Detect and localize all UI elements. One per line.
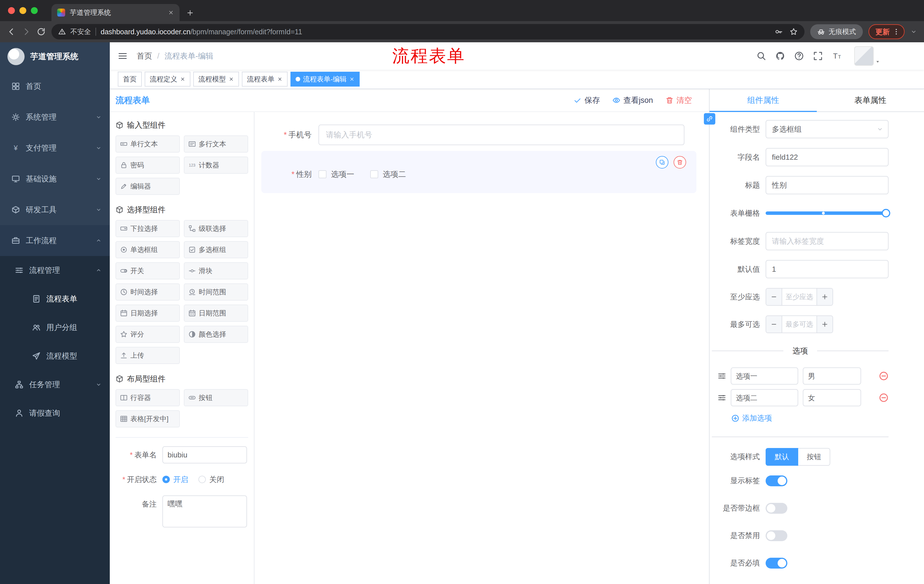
palette-item-select[interactable]: 下拉选择	[116, 220, 180, 237]
breadcrumb-home[interactable]: 首页	[137, 51, 152, 61]
sidebar-item-infra[interactable]: 基础设施	[0, 163, 110, 194]
github-icon[interactable]	[776, 51, 785, 61]
palette-item-upload[interactable]: 上传	[116, 347, 180, 364]
tag-process-form[interactable]: 流程表单	[242, 72, 288, 87]
drag-handle-icon[interactable]	[718, 393, 726, 402]
decrease-button[interactable]	[766, 316, 782, 332]
component-type-select[interactable]: 多选框组	[766, 120, 889, 138]
selected-widget-gender[interactable]: *性别 选项一 选项二	[261, 151, 696, 193]
address-bar[interactable]: 不安全 dashboard.yudao.iocoder.cn/bpm/manag…	[51, 24, 805, 39]
drag-handle-icon[interactable]	[718, 372, 726, 380]
palette-item-slider[interactable]: 滑块	[184, 262, 248, 280]
zoom-window-button[interactable]	[31, 7, 38, 14]
sidebar-item-workflow[interactable]: 工作流程	[0, 225, 110, 256]
browser-tab[interactable]: 芋道管理系统	[51, 4, 180, 21]
palette-item-rate[interactable]: 评分	[116, 326, 180, 343]
palette-item-counter[interactable]: 123 计数器	[184, 156, 248, 174]
update-button[interactable]: 更新	[868, 24, 904, 39]
clear-button[interactable]: 清空	[665, 95, 692, 105]
tag-process-form-edit[interactable]: 流程表单-编辑	[290, 72, 360, 87]
sidebar-item-home[interactable]: 首页	[0, 71, 110, 102]
remove-option-button[interactable]	[879, 393, 889, 403]
title-input[interactable]	[766, 176, 889, 194]
status-on-radio[interactable]: 开启	[162, 475, 188, 485]
palette-item-editor[interactable]: 编辑器	[116, 178, 180, 195]
palette-item-button[interactable]: 按钮	[184, 389, 248, 406]
copy-widget-button[interactable]	[656, 156, 668, 169]
option-name-input[interactable]	[731, 389, 798, 406]
sidebar-item-leave-query[interactable]: 请假查询	[0, 399, 110, 428]
back-icon[interactable]	[7, 27, 16, 36]
form-name-input[interactable]	[162, 446, 247, 464]
close-icon[interactable]	[349, 77, 355, 82]
fullscreen-icon[interactable]	[813, 51, 823, 61]
key-icon[interactable]	[775, 28, 783, 36]
gender-option1-checkbox[interactable]: 选项一	[318, 169, 354, 179]
gender-option2-checkbox[interactable]: 选项二	[370, 169, 406, 179]
option-value-input[interactable]	[803, 367, 861, 385]
sidebar-item-process-mgmt[interactable]: 流程管理	[0, 256, 110, 285]
tab-form-props[interactable]: 表单属性	[817, 89, 924, 112]
palette-item-password[interactable]: 密码	[116, 156, 180, 174]
link-button[interactable]	[704, 113, 715, 125]
increase-button[interactable]	[817, 289, 833, 305]
plus-icon[interactable]	[186, 9, 194, 16]
slider-knob[interactable]	[882, 209, 890, 217]
remark-textarea[interactable]: 嘿嘿	[162, 495, 247, 527]
save-button[interactable]: 保存	[574, 95, 600, 105]
required-switch[interactable]	[766, 558, 787, 569]
palette-item-table[interactable]: 表格[开发中]	[116, 410, 180, 428]
close-icon[interactable]	[277, 77, 282, 82]
avatar[interactable]	[854, 46, 874, 66]
phone-field-row[interactable]: *手机号	[261, 125, 696, 145]
close-icon[interactable]	[229, 77, 234, 82]
decrease-button[interactable]	[766, 289, 782, 305]
palette-item-row-container[interactable]: 行容器	[116, 389, 180, 406]
palette-item-cascader[interactable]: 级联选择	[184, 220, 248, 237]
palette-item-color[interactable]: 颜色选择	[184, 326, 248, 343]
fontsize-icon[interactable]: TT	[832, 51, 842, 61]
delete-widget-button[interactable]	[673, 156, 686, 169]
palette-item-date[interactable]: 日期选择	[116, 304, 180, 322]
sidebar-item-task-mgmt[interactable]: 任务管理	[0, 370, 110, 399]
reload-icon[interactable]	[36, 27, 46, 36]
label-width-input[interactable]	[766, 232, 889, 250]
hamburger-icon[interactable]	[118, 51, 127, 61]
palette-item-switch[interactable]: 开关	[116, 262, 180, 280]
tag-process-model[interactable]: 流程模型	[193, 72, 239, 87]
show-label-switch[interactable]	[766, 475, 787, 486]
palette-item-time-range[interactable]: 时间范围	[184, 283, 248, 301]
default-value-input[interactable]	[766, 260, 889, 278]
search-icon[interactable]	[756, 51, 766, 61]
dots-vertical-icon[interactable]	[893, 28, 900, 35]
chevron-down-icon[interactable]	[910, 28, 917, 35]
minimize-window-button[interactable]	[20, 7, 26, 14]
tab-component-props[interactable]: 组件属性	[710, 89, 817, 112]
style-button-button[interactable]: 按钮	[798, 448, 830, 466]
sidebar-item-devtools[interactable]: 研发工具	[0, 194, 110, 225]
border-switch[interactable]	[766, 503, 787, 514]
question-icon[interactable]	[794, 51, 804, 61]
close-icon[interactable]	[168, 10, 174, 15]
palette-item-single-text[interactable]: 单行文本	[116, 135, 180, 153]
tag-home[interactable]: 首页	[118, 72, 142, 87]
star-icon[interactable]	[790, 28, 798, 36]
palette-item-date-range[interactable]: 日期范围	[184, 304, 248, 322]
grid-slider[interactable]	[766, 204, 889, 222]
view-json-button[interactable]: 查看json	[612, 95, 653, 105]
sidebar-item-payment[interactable]: ¥ 支付管理	[0, 133, 110, 163]
palette-item-checkbox-group[interactable]: 多选框组	[184, 241, 248, 258]
forward-icon[interactable]	[22, 27, 31, 36]
palette-item-multi-text[interactable]: 多行文本	[184, 135, 248, 153]
sidebar-item-process-model[interactable]: 流程模型	[0, 342, 110, 370]
max-select-input[interactable]	[782, 316, 817, 332]
sidebar-item-user-group[interactable]: 用户分组	[0, 313, 110, 342]
close-window-button[interactable]	[8, 7, 15, 14]
tag-process-definition[interactable]: 流程定义	[145, 72, 190, 87]
sidebar-logo[interactable]: 芋道管理系统	[0, 42, 110, 71]
field-name-input[interactable]	[766, 148, 889, 166]
palette-item-radio-group[interactable]: 单选框组	[116, 241, 180, 258]
min-select-input[interactable]	[782, 289, 817, 305]
option-value-input[interactable]	[803, 389, 861, 406]
status-off-radio[interactable]: 关闭	[198, 475, 224, 485]
